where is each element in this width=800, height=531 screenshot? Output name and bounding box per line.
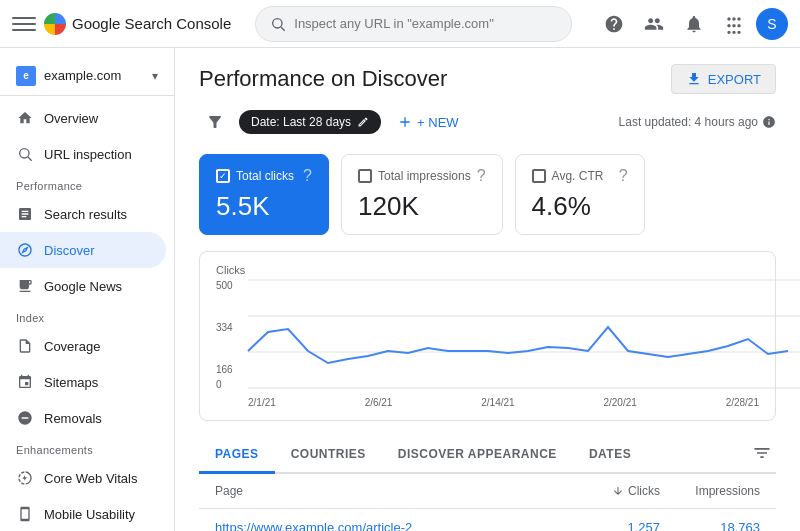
sidebar-item-url-inspection[interactable]: URL inspection	[0, 136, 166, 172]
metric-help-impressions[interactable]: ?	[477, 167, 486, 185]
menu-icon[interactable]	[12, 12, 36, 36]
sidebar-label-overview: Overview	[44, 111, 98, 126]
property-icon: e	[16, 66, 36, 86]
metric-help-clicks[interactable]: ?	[303, 167, 312, 185]
col-header-clicks: Clicks	[560, 484, 660, 498]
top-nav: Google Search Console S	[0, 0, 800, 48]
table-cell-url-1[interactable]: https://www.example.com/article-2	[215, 520, 560, 531]
metric-checkbox-ctr	[532, 169, 546, 183]
removals-icon	[16, 409, 34, 427]
table: Page Clicks Impressions https://www.exam…	[199, 474, 776, 531]
y-low-label: 166	[216, 364, 233, 375]
sidebar-item-removals[interactable]: Removals	[0, 400, 166, 436]
search-small-icon	[16, 145, 34, 163]
sidebar-item-sitemaps[interactable]: Sitemaps	[0, 364, 166, 400]
sidebar-item-coverage[interactable]: Coverage	[0, 328, 166, 364]
new-filter-button[interactable]: + NEW	[389, 110, 467, 134]
index-section-label: Index	[0, 304, 174, 328]
metric-value-ctr: 4.6%	[532, 191, 628, 222]
export-icon	[686, 71, 702, 87]
news-icon	[16, 277, 34, 295]
sidebar-item-mobile-usability[interactable]: Mobile Usability	[0, 496, 166, 531]
sidebar-label-discover: Discover	[44, 243, 95, 258]
sidebar-item-google-news[interactable]: Google News	[0, 268, 166, 304]
page-title: Performance on Discover	[199, 66, 447, 92]
home-icon	[16, 109, 34, 127]
help-icon[interactable]	[596, 6, 632, 42]
sidebar-label-search-results: Search results	[44, 207, 127, 222]
metric-card-total-impressions[interactable]: Total impressions ? 120K	[341, 154, 503, 235]
table-cell-impressions-1: 18,763	[660, 520, 760, 531]
chart-y-axis-label: Clicks	[216, 264, 759, 276]
apps-icon[interactable]	[716, 6, 752, 42]
export-button[interactable]: EXPORT	[671, 64, 776, 94]
property-name: example.com	[44, 68, 144, 83]
property-selector[interactable]: e example.com ▾	[0, 56, 174, 96]
metric-checkbox-clicks	[216, 169, 230, 183]
y-max-label: 500	[216, 280, 233, 291]
user-avatar[interactable]: S	[756, 8, 788, 40]
table-cell-clicks-1: 1,257	[560, 520, 660, 531]
sidebar-label-google-news: Google News	[44, 279, 122, 294]
col-header-impressions: Impressions	[660, 484, 760, 498]
edit-icon	[357, 116, 369, 128]
notifications-icon[interactable]	[676, 6, 712, 42]
filter-bar: Date: Last 28 days + NEW Last updated: 4…	[199, 106, 776, 138]
sidebar-item-search-results[interactable]: Search results	[0, 196, 166, 232]
svg-point-2	[20, 149, 29, 158]
table-filter-icon[interactable]	[748, 439, 776, 470]
search-icon	[270, 16, 286, 32]
metric-header-impressions: Total impressions ?	[358, 167, 486, 185]
x-axis-labels: 2/1/21 2/6/21 2/14/21 2/20/21 2/28/21	[248, 397, 759, 408]
sidebar-label-sitemaps: Sitemaps	[44, 375, 98, 390]
date-filter-chip[interactable]: Date: Last 28 days	[239, 110, 381, 134]
svg-line-1	[281, 27, 285, 31]
mobile-icon	[16, 505, 34, 523]
tab-pages[interactable]: PAGES	[199, 437, 275, 474]
metric-help-ctr[interactable]: ?	[619, 167, 628, 185]
chart-area: 500 334 166 0 2/1/21 2/6/21 2/14/	[248, 280, 759, 408]
sidebar-label-coverage: Coverage	[44, 339, 100, 354]
page-header: Performance on Discover EXPORT	[199, 64, 776, 94]
info-icon	[762, 115, 776, 129]
metric-value-clicks: 5.5K	[216, 191, 312, 222]
metric-value-impressions: 120K	[358, 191, 486, 222]
table-header: Page Clicks Impressions	[199, 474, 776, 509]
chart-bar-icon	[16, 205, 34, 223]
nav-icons: S	[596, 6, 788, 42]
metric-header-ctr: Avg. CTR ?	[532, 167, 628, 185]
tab-dates[interactable]: DATES	[573, 437, 647, 474]
tab-discover-appearance[interactable]: DISCOVER APPEARANCE	[382, 437, 573, 474]
sidebar-item-overview[interactable]: Overview	[0, 100, 166, 136]
tabs-row: PAGES COUNTRIES DISCOVER APPEARANCE DATE…	[199, 437, 776, 474]
metric-card-total-clicks[interactable]: Total clicks ? 5.5K	[199, 154, 329, 235]
layout: e example.com ▾ Overview URL inspection …	[0, 48, 800, 531]
col-header-page: Page	[215, 484, 560, 498]
coverage-icon	[16, 337, 34, 355]
main-content: Performance on Discover EXPORT Date: Las…	[175, 48, 800, 531]
filter-icon[interactable]	[199, 106, 231, 138]
sidebar-item-core-web-vitals[interactable]: Core Web Vitals	[0, 460, 166, 496]
app-logo: Google Search Console	[44, 13, 231, 35]
metric-card-avg-ctr[interactable]: Avg. CTR ? 4.6%	[515, 154, 645, 235]
sidebar-label-url-inspection: URL inspection	[44, 147, 132, 162]
tab-countries[interactable]: COUNTRIES	[275, 437, 382, 474]
svg-point-0	[273, 18, 282, 27]
enhancements-section-label: Enhancements	[0, 436, 174, 460]
search-bar[interactable]	[255, 6, 572, 42]
discover-icon	[16, 241, 34, 259]
accounts-icon[interactable]	[636, 6, 672, 42]
cwv-icon	[16, 469, 34, 487]
search-input[interactable]	[294, 16, 557, 31]
table-row: https://www.example.com/article-2 1,257 …	[199, 509, 776, 531]
sidebar-label-mobile-usability: Mobile Usability	[44, 507, 135, 522]
add-icon	[397, 114, 413, 130]
sidebar-item-discover[interactable]: Discover	[0, 232, 166, 268]
svg-line-3	[28, 157, 32, 161]
last-updated: Last updated: 4 hours ago	[619, 115, 776, 129]
sidebar-label-removals: Removals	[44, 411, 102, 426]
sidebar: e example.com ▾ Overview URL inspection …	[0, 48, 175, 531]
metric-cards: Total clicks ? 5.5K Total impressions ? …	[199, 154, 776, 235]
sidebar-label-cwv: Core Web Vitals	[44, 471, 137, 486]
sort-down-icon	[612, 485, 624, 497]
